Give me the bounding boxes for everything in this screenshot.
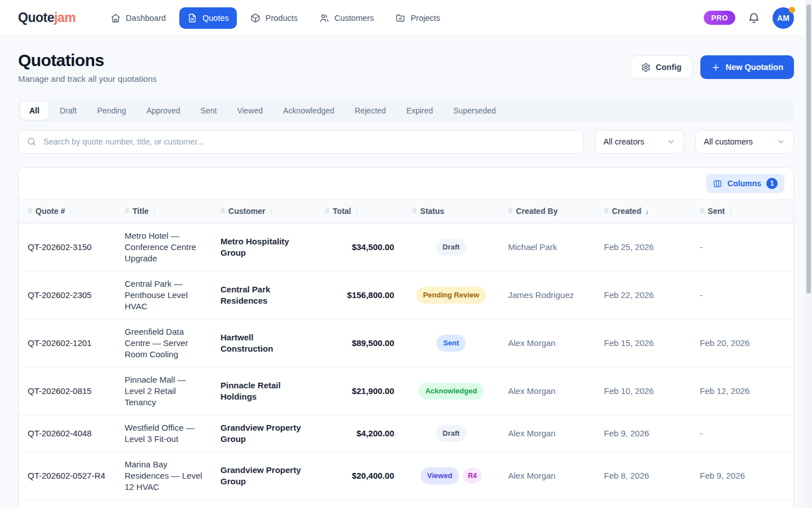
drag-handle-icon[interactable]: ⠿: [700, 208, 704, 214]
cell-customer: Hartwell Construction: [211, 319, 316, 367]
plus-icon: [711, 63, 721, 72]
user-avatar[interactable]: AM: [773, 7, 794, 29]
table-header-row: ⠿ Quote # ↑ ⠿ Title ↑ ⠿ Customer ↑ ⠿ Tot…: [19, 199, 793, 223]
drag-handle-icon[interactable]: ⠿: [125, 208, 129, 214]
drag-handle-icon[interactable]: ⠿: [325, 208, 329, 214]
sort-arrow-icon: ↑: [355, 207, 359, 216]
column-header[interactable]: ⠿ Customer ↑: [211, 200, 316, 222]
table-row[interactable]: QT-202602-4048 Westfield Office — Level …: [19, 415, 793, 452]
customers-filter-value: All customers: [704, 137, 753, 146]
cell-title: Greenfield Data Centre — Server Room Coo…: [116, 319, 211, 367]
nav-label: Products: [266, 14, 298, 23]
cell-sent-date: Feb 20, 2026: [691, 319, 793, 367]
notifications-bell-icon[interactable]: [748, 12, 760, 24]
column-header-label: Customer: [228, 207, 265, 216]
column-header[interactable]: ⠿ Quote # ↑: [19, 200, 116, 222]
scrollbar-thumb[interactable]: [806, 5, 811, 294]
cell-created-date: Feb 10, 2026: [595, 367, 691, 415]
nav-item-dashboard[interactable]: Dashboard: [103, 7, 174, 29]
columns-count-badge: 1: [766, 178, 778, 189]
cell-created-date: Feb 8, 2026: [595, 452, 691, 500]
page-title-block: Quotations Manage and track all your quo…: [18, 51, 157, 84]
sort-arrow-icon: ↑: [69, 207, 73, 216]
customers-filter-select[interactable]: All customers: [695, 130, 794, 154]
cell-status: Draft: [403, 224, 499, 271]
status-tab-rejected[interactable]: Rejected: [346, 102, 395, 120]
status-tab-acknowledged[interactable]: Acknowledged: [274, 102, 343, 120]
chevron-down-icon: [667, 137, 676, 146]
cell-sent-date: [691, 500, 793, 508]
document-icon: [187, 13, 197, 23]
cell-customer: Pinnacle Retail Holdings: [211, 367, 316, 415]
cell-quote-number: QT-202602-0527: [19, 500, 116, 508]
drag-handle-icon[interactable]: ⠿: [412, 208, 416, 214]
cell-sent-date: Feb 9, 2026: [691, 452, 793, 500]
filter-bar: All creators All customers: [18, 130, 794, 154]
drag-handle-icon[interactable]: ⠿: [220, 208, 224, 214]
sort-arrow-icon: ↑: [153, 207, 157, 216]
column-header[interactable]: ⠿ Title ↑: [116, 200, 211, 222]
nav-item-products[interactable]: Products: [242, 7, 306, 29]
column-header[interactable]: ⠿ Total ↑: [316, 200, 403, 222]
status-tab-superseded[interactable]: Superseded: [444, 102, 505, 120]
table-row[interactable]: QT-202602-0527-R4 Marina Bay Residences …: [19, 452, 793, 500]
status-tab-sent[interactable]: Sent: [192, 102, 226, 120]
status-tab-approved[interactable]: Approved: [138, 102, 189, 120]
sort-arrow-icon: ↑: [729, 207, 732, 216]
status-tab-draft[interactable]: Draft: [51, 102, 86, 120]
table-toolbar: Columns 1: [19, 168, 793, 199]
cell-total: $4,200.00: [316, 415, 403, 452]
cell-created-by: [499, 500, 595, 508]
search-icon: [27, 137, 37, 147]
status-tab-expired[interactable]: Expired: [397, 102, 442, 120]
cell-customer: Metro Hospitality Group: [211, 224, 316, 271]
config-button[interactable]: Config: [630, 55, 692, 79]
nav-item-quotes[interactable]: Quotes: [179, 7, 237, 29]
cell-created-date: Feb 15, 2026: [595, 319, 691, 367]
cell-quote-number: QT-202602-2305: [19, 271, 116, 319]
nav-item-projects[interactable]: Projects: [387, 7, 448, 29]
search-input[interactable]: [18, 130, 584, 154]
table-row[interactable]: QT-202602-1201 Greenfield Data Centre — …: [19, 319, 793, 367]
users-icon: [319, 13, 329, 23]
table-row[interactable]: QT-202602-2305 Central Park — Penthouse …: [19, 271, 793, 319]
table-row[interactable]: QT-202602-0815 Pinnacle Mall — Level 2 R…: [19, 367, 793, 415]
sort-arrow-icon: ↑: [269, 207, 273, 216]
cell-created-date: [595, 500, 691, 508]
column-header-label: Created: [612, 207, 641, 216]
cell-title: Westfield Office — Level 3 Fit-out: [116, 415, 211, 452]
column-header[interactable]: ⠿ Created By: [499, 200, 595, 222]
status-tab-viewed[interactable]: Viewed: [228, 102, 272, 120]
home-icon: [111, 13, 121, 23]
cell-title: Marina Bay: [116, 500, 211, 508]
cell-title: Pinnacle Mall — Level 2 Retail Tenancy: [116, 367, 211, 415]
status-tab-all[interactable]: All: [20, 102, 48, 120]
cell-total: $156,800.00: [316, 271, 403, 319]
cell-total: $20,400.00: [316, 452, 403, 500]
new-quotation-button[interactable]: New Quotation: [700, 55, 794, 79]
new-quotation-button-label: New Quotation: [726, 63, 783, 72]
nav-item-customers[interactable]: Customers: [311, 7, 382, 29]
app-logo[interactable]: Quotejam: [18, 10, 76, 25]
column-header[interactable]: ⠿ Sent ↑: [691, 200, 793, 222]
column-header[interactable]: ⠿ Status: [403, 200, 499, 222]
cell-created-by: Alex Morgan: [499, 367, 595, 415]
table-row[interactable]: QT-202602-3150 Metro Hotel — Conference …: [19, 223, 793, 271]
drag-handle-icon[interactable]: ⠿: [604, 208, 608, 214]
cell-status: Acknowledged: [403, 367, 499, 415]
page-subtitle: Manage and track all your quotations: [18, 74, 157, 84]
columns-button[interactable]: Columns 1: [706, 174, 784, 193]
status-badge: Draft: [436, 425, 466, 442]
drag-handle-icon[interactable]: ⠿: [28, 208, 32, 214]
creators-filter-select[interactable]: All creators: [595, 130, 684, 154]
quotations-page: Quotations Manage and track all your quo…: [0, 36, 812, 508]
cell-created-by: Alex Morgan: [499, 415, 595, 452]
status-badge: Sent: [436, 335, 466, 352]
drag-handle-icon[interactable]: ⠿: [508, 208, 512, 214]
status-tab-pending[interactable]: Pending: [88, 102, 135, 120]
table-row[interactable]: QT-202602-0527 Marina Bay Grandview Prop…: [19, 500, 793, 508]
status-badge: Draft: [436, 239, 466, 256]
config-button-label: Config: [656, 63, 682, 72]
package-icon: [250, 13, 261, 23]
column-header[interactable]: ⠿ Created ↓: [595, 200, 691, 222]
